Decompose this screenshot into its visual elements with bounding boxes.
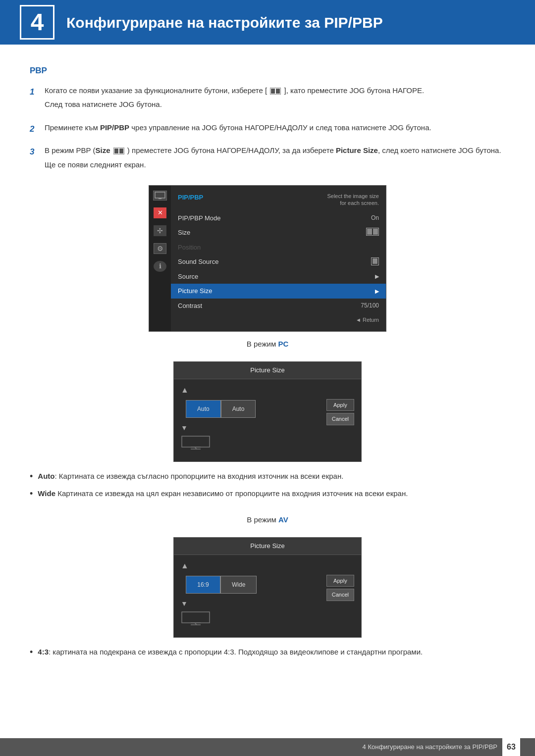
bullet-43: • 4:3: картината на подекрана се извежда… <box>30 647 505 659</box>
svg-rect-6 <box>182 612 210 623</box>
dialog-av: Picture Size ▲ 16:9 Wide ▼ <box>173 537 362 638</box>
dialog-av-title: Picture Size <box>174 538 361 555</box>
monitor-icon-pc <box>181 435 211 454</box>
menu-row-source: Source ▶ <box>171 269 386 284</box>
step-1-content: Когато се появи указание за функционални… <box>45 85 505 113</box>
menu-return: ◄ Return <box>171 313 386 326</box>
dialog-av-area: Picture Size ▲ 16:9 Wide ▼ <box>30 537 505 638</box>
section-pbp-label: PBP <box>30 64 505 77</box>
page-number: 63 <box>502 738 520 756</box>
step-1: 1 Когато се появи указание за функционал… <box>30 85 505 113</box>
size-icon-dual <box>366 228 379 236</box>
step-3-text: В режим PBP (Size ) преместете JOG бутон… <box>45 145 505 156</box>
step-2: 2 Преминете към PIP/PBP чрез управление … <box>30 122 505 137</box>
bullet-wide: • Wide Картината се извежда на цял екран… <box>30 488 505 501</box>
page-header: 4 Конфигуриране на настройките за PIP/PB… <box>0 0 535 45</box>
dialog-pc-inner: ▲ Auto Auto ▼ <box>174 379 361 461</box>
step-2-number: 2 <box>30 123 45 136</box>
arrow-up-pc: ▲ <box>181 384 189 396</box>
page-content: PBP 1 Когато се появи указание за функци… <box>0 45 535 704</box>
sound-icon <box>371 257 379 265</box>
pbp-icon <box>270 88 281 95</box>
arrow-down-av: ▼ <box>181 599 188 609</box>
step-3-number: 3 <box>30 146 45 158</box>
dialog-pc-title: Picture Size <box>174 362 361 379</box>
step-1-text: Когато се появи указание за функционални… <box>45 85 505 97</box>
dialog-pc-option-1[interactable]: Auto <box>186 400 221 418</box>
dialog-av-option-1[interactable]: 16:9 <box>186 576 220 594</box>
menu-screenshot-area: ✕ ✢ ⚙ ℹ PIP/PBP Select the image size fo… <box>30 185 505 332</box>
menu-row-contrast: Contrast 75/100 <box>171 299 386 313</box>
menu-row-size: Size <box>171 225 386 240</box>
bullet-list-pc: • Auto: Картината се извежда съгласно пр… <box>30 471 505 501</box>
sidebar-icon-x: ✕ <box>154 207 166 218</box>
apply-button-av[interactable]: Apply <box>326 575 354 587</box>
dialog-av-row: ▲ 16:9 Wide ▼ <box>181 560 354 630</box>
dialog-pc-row: ▲ Auto Auto ▼ <box>181 384 354 454</box>
step-1-number: 1 <box>30 86 45 99</box>
sidebar-icon-monitor <box>153 191 167 201</box>
sidebar-icon-info: ℹ <box>154 261 166 272</box>
menu-row-picture-size[interactable]: Picture Size ▶ <box>171 284 386 299</box>
bullet-list-av: • 4:3: картината на подекрана се извежда… <box>30 647 505 659</box>
menu-hint: Select the image size for each screen. <box>324 193 379 207</box>
dialog-av-option-2[interactable]: Wide <box>220 576 257 594</box>
menu-row-position: Position <box>171 240 386 255</box>
svg-rect-0 <box>155 192 165 198</box>
dialog-av-buttons: Apply Cancel <box>326 560 354 601</box>
sidebar-icon-move: ✢ <box>154 225 166 236</box>
menu-row-mode: PIP/PBP Mode On <box>171 211 386 226</box>
menu-header: PIP/PBP Select the image size for each s… <box>171 191 386 211</box>
step-2-content: Преминете към PIP/PBP чрез управление на… <box>45 122 505 137</box>
step-3-subtext: Ще се появи следният екран. <box>45 159 505 171</box>
menu-screenshot: ✕ ✢ ⚙ ℹ PIP/PBP Select the image size fo… <box>149 185 386 332</box>
footer-text: 4 Конфигуриране на настройките за PIP/PB… <box>363 742 497 752</box>
sidebar-icon-gear: ⚙ <box>154 243 166 254</box>
step-3: 3 В режим PBP (Size ) преместете JOG бут… <box>30 145 505 173</box>
menu-sidebar: ✕ ✢ ⚙ ℹ <box>149 186 171 331</box>
menu-title: PIP/PBP <box>178 193 203 207</box>
dialog-pc-option-2[interactable]: Auto <box>221 400 256 418</box>
cancel-button-pc[interactable]: Cancel <box>326 413 354 425</box>
dialog-av-left: ▲ 16:9 Wide ▼ <box>181 560 321 630</box>
mode-av-label: В режим AV <box>30 514 505 526</box>
menu-row-sound: Sound Source <box>171 254 386 269</box>
bullet-auto: • Auto: Картината се извежда съгласно пр… <box>30 471 505 483</box>
apply-button-pc[interactable]: Apply <box>326 399 354 411</box>
dialog-pc-area: Picture Size ▲ Auto Auto ▼ <box>30 361 505 462</box>
page-footer: 4 Конфигуриране на настройките за PIP/PB… <box>0 738 535 756</box>
chapter-title: Конфигуриране на настройките за PIP/PBP <box>66 11 383 34</box>
dialog-pc-left: ▲ Auto Auto ▼ <box>181 384 321 454</box>
dialog-pc-buttons: Apply Cancel <box>326 384 354 425</box>
dialog-pc-options: Auto Auto <box>181 400 321 418</box>
menu-main: PIP/PBP Select the image size for each s… <box>171 186 386 331</box>
chapter-number: 4 <box>20 5 54 40</box>
step-1-subtext: След това натиснете JOG бутона. <box>45 99 505 110</box>
monitor-icon-av <box>181 611 211 630</box>
step-2-text: Преминете към PIP/PBP чрез управление на… <box>45 122 505 134</box>
svg-rect-1 <box>159 198 161 199</box>
svg-rect-2 <box>182 436 210 447</box>
arrow-up-av: ▲ <box>181 560 189 572</box>
mode-pc-label: В режим PC <box>30 339 505 350</box>
dialog-av-inner: ▲ 16:9 Wide ▼ <box>174 555 361 637</box>
arrow-down-pc: ▼ <box>181 423 188 433</box>
cancel-button-av[interactable]: Cancel <box>326 589 354 601</box>
dialog-pc: Picture Size ▲ Auto Auto ▼ <box>173 361 362 462</box>
dialog-av-options: 16:9 Wide <box>181 576 321 594</box>
step-3-content: В режим PBP (Size ) преместете JOG бутон… <box>45 145 505 173</box>
size-icon <box>113 148 124 154</box>
